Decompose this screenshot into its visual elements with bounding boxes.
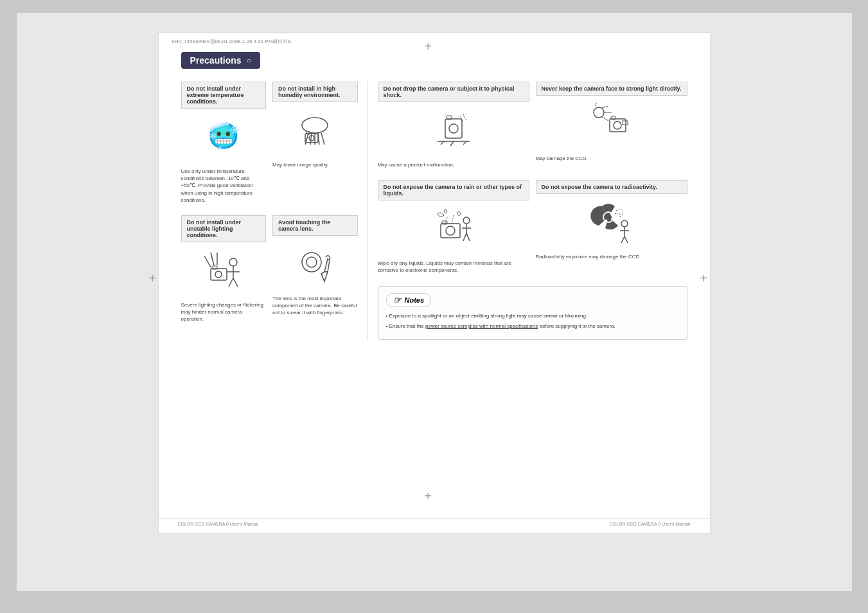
svg-rect-40 [623,121,628,125]
right-row1: Do not drop the camera or subject it to … [378,82,687,168]
extreme-temp-header: Do not install under extreme temperature… [181,82,267,109]
humidity-text: May lower image quality. [272,161,358,168]
notes-item-2: Ensure that the power source complies wi… [386,323,679,330]
warning-drop: Do not drop the camera or subject it to … [378,82,529,168]
radioactivity-header: Do not expose the camera to radioactivit… [536,180,687,194]
svg-point-22 [306,257,317,267]
svg-line-57 [624,236,628,243]
svg-line-13 [204,256,211,267]
svg-point-1 [302,118,328,133]
unstable-lighting-icon-area [181,246,267,298]
drop-icon [431,109,476,154]
svg-line-14 [211,253,214,265]
avoid-touching-icon [292,243,337,288]
svg-line-19 [229,278,233,287]
svg-text:🥶: 🥶 [208,120,240,151]
svg-rect-23 [445,119,462,138]
svg-line-34 [602,106,608,108]
row2-warnings: Do not install under unstable lighting c… [181,215,358,323]
crosshair-bottom [428,494,441,507]
right-row2: Do not expose the camera to rain or othe… [378,180,687,274]
crosshair-left [152,276,165,289]
white-page: SHC-745SERES영08.01 2008.1.28 4:31 PM페이지8… [158,32,711,533]
page-container: SHC-745SERES영08.01 2008.1.28 4:31 PM페이지8… [17,13,852,591]
row1-warnings: Do not install under extreme temperature… [181,82,358,204]
svg-rect-10 [211,269,227,280]
svg-line-28 [450,141,454,146]
crosshair-top [428,44,441,57]
drop-text: May cause a product malfunction. [378,161,529,168]
notes-label: Notes [405,296,425,304]
drop-header: Do not drop the camera or subject it to … [378,82,529,102]
rain-text: Wipe dry any liquids. Liquids may contai… [378,260,529,274]
strong-light-header: Never keep the camera face to strong lig… [536,82,687,96]
warning-rain: Do not expose the camera to rain or othe… [378,180,529,274]
extreme-temp-text: Use only under temperature conditions be… [181,168,267,204]
strong-light-icon [589,103,634,148]
warning-strong-light: Never keep the camera face to strong lig… [536,82,687,168]
svg-line-50 [466,233,470,241]
warning-radioactivity: Do not expose the camera to radioactivit… [536,180,687,274]
svg-point-11 [215,271,222,278]
svg-point-53 [621,220,628,227]
rain-icon-area [378,204,529,256]
header-text: SHC-745SERES영08.01 2008.1.28 4:31 PM페이지8 [172,38,291,45]
unstable-lighting-icon [201,249,246,294]
strong-light-text: May damage the CCD. [536,155,687,162]
svg-line-36 [596,103,597,106]
radioactivity-icon-area [536,198,687,249]
warning-avoid-touching: Avoid touching the camera lens. [272,215,358,323]
svg-point-46 [463,217,470,224]
radioactivity-icon [589,201,634,246]
content-area: Do not install under extreme temperature… [181,82,687,340]
svg-line-6 [321,133,324,145]
notes-icon: ☞ [393,295,402,305]
svg-point-42 [446,226,455,235]
svg-point-16 [229,258,237,266]
svg-line-20 [233,278,238,287]
rain-icon [431,208,476,253]
right-column: Do not drop the camera or subject it to … [368,82,687,340]
notes-box: ☞ Notes Exposure to a spotlight or an ob… [378,286,687,340]
left-column: Do not install under extreme temperature… [181,82,368,340]
notes-content: Exposure to a spotlight or an object emi… [386,312,679,330]
extreme-temp-icon-area: 🥶 [181,112,267,164]
rain-header: Do not expose the camera to rain or othe… [378,180,529,200]
extreme-temp-icon: 🥶 [201,116,246,161]
warning-humidity: Do not install in high humidity environm… [272,82,358,204]
humidity-icon [292,109,337,154]
svg-point-24 [449,124,458,133]
svg-point-38 [614,121,621,129]
avoid-touching-icon-area [272,240,358,291]
humidity-header: Do not install in high humidity environm… [272,82,358,102]
notes-item-1: Exposure to a spotlight or an object emi… [386,312,679,320]
svg-line-49 [463,233,466,241]
footer-bar: COLOR CCD CAMERA 8 User's Manual COLOR C… [159,518,710,526]
unstable-lighting-text: Severe lighting changes or flickering ma… [181,301,267,323]
svg-line-56 [621,236,624,243]
svg-point-21 [302,253,321,272]
unstable-lighting-header: Do not install under unstable lighting c… [181,215,267,242]
avoid-touching-header: Avoid touching the camera lens. [272,215,358,236]
warning-extreme-temp: Do not install under extreme temperature… [181,82,267,204]
drop-icon-area [378,106,529,157]
humidity-icon-area [272,106,358,157]
footer-left: COLOR CCD CAMERA 8 User's Manual [178,522,259,526]
svg-line-35 [602,117,608,121]
svg-line-45 [452,215,454,224]
svg-point-32 [594,107,604,118]
page-title: Precautions [181,52,260,69]
avoid-touching-text: The lens is the most important component… [272,295,358,317]
notes-title: ☞ Notes [386,293,432,307]
warning-unstable-lighting: Do not install under unstable lighting c… [181,215,267,323]
strong-light-icon-area [536,100,687,151]
footer-right: COLOR CCD CAMERA 9 User's Manual [610,522,691,526]
crosshair-right [704,276,716,289]
svg-line-31 [463,114,466,121]
radioactivity-text: Radioactivity exposure may damage the CC… [536,253,687,260]
